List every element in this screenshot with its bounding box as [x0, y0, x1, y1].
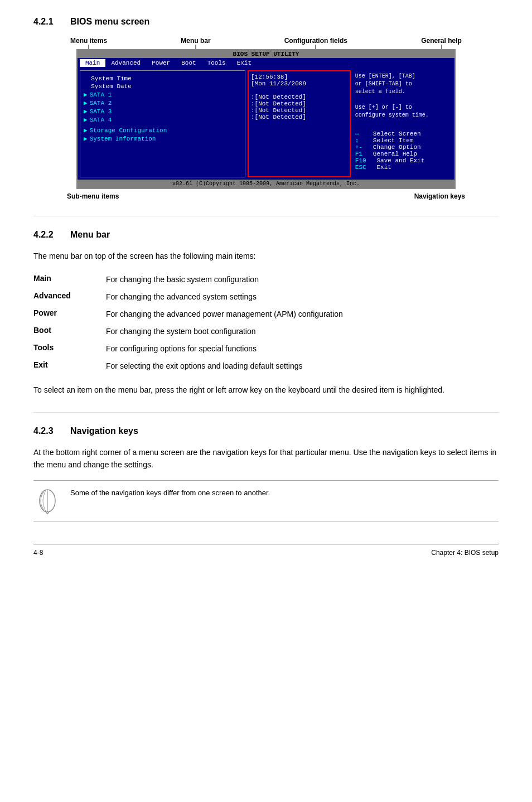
section-421-title: BIOS menu screen [70, 17, 149, 27]
bios-nav-f1: F1 General Help [355, 151, 450, 157]
bios-date-value: [Mon 11/23/2009 [251, 80, 347, 87]
bios-sata4-value: :[Not Detected] [251, 114, 347, 120]
bios-sata1-value: :[Not Detected] [251, 94, 347, 100]
section-422-footer: To select an item on the menu bar, press… [33, 384, 499, 396]
bios-left-panel: System Time System Date ▶ SATA 1 ▶ SATA … [80, 70, 245, 177]
table-row: Advanced For changing the advanced syste… [33, 288, 499, 306]
menu-desc-main: For changing the basic system configurat… [106, 271, 499, 288]
nav-desc-select-screen: Select Screen [373, 131, 421, 137]
label-general-help: General help [421, 37, 462, 45]
pencil-icon [36, 487, 59, 514]
menu-bar-table: Main For changing the basic system confi… [33, 271, 499, 375]
bios-nav-keys-panel: ↔ Select Screen ↕ Select Item +- Change … [355, 131, 450, 171]
menu-desc-advanced: For changing the advanced system setting… [106, 288, 499, 306]
table-row: Exit For selecting the exit options and … [33, 357, 499, 375]
section-421: 4.2.1 BIOS menu screen Menu items Menu b… [33, 17, 499, 200]
nav-key-f1: F1 [355, 151, 371, 157]
nav-desc-esc: Exit [373, 164, 391, 171]
bios-menu-boot[interactable]: Boot [176, 59, 201, 67]
nav-key-updown: ↕ [355, 137, 371, 144]
menu-name-main: Main [33, 271, 106, 288]
bios-time-value: [12:56:38] [251, 74, 347, 80]
bios-menu-power[interactable]: Power [146, 59, 176, 67]
bios-sata2-value: :[Not Detected] [251, 100, 347, 107]
label-navigation-keys: Navigation keys [414, 192, 465, 200]
nav-key-f10: F10 [355, 157, 371, 164]
section-423-intro: At the bottom right corner of a menu scr… [33, 446, 499, 471]
table-row: Power For changing the advanced power ma… [33, 306, 499, 323]
section-423-number: 4.2.3 [33, 426, 61, 436]
section-423: 4.2.3 Navigation keys At the bottom righ… [33, 426, 499, 521]
bios-diagram: Menu items Menu bar Configuration fields… [33, 37, 499, 200]
bios-nav-f10: F10 Save and Exit [355, 157, 450, 164]
section-421-heading: 4.2.1 BIOS menu screen [33, 17, 499, 27]
nav-key-esc: ESC [355, 164, 371, 171]
bios-item-sysinfo: ▶ System Information [84, 135, 241, 142]
bios-body: System Time System Date ▶ SATA 1 ▶ SATA … [78, 68, 454, 180]
nav-key-arrows: ↔ [355, 131, 371, 137]
menu-desc-exit: For selecting the exit options and loadi… [106, 357, 499, 375]
bios-right-panel: Use [ENTER], [TAB] or [SHIFT-TAB] to sel… [353, 70, 452, 177]
page-footer: 4-8 Chapter 4: BIOS setup [33, 544, 499, 557]
bios-menu-exit[interactable]: Exit [231, 59, 257, 67]
bios-nav-change-option: +- Change Option [355, 144, 450, 151]
bios-item-storage: ▶ Storage Configuration [84, 127, 241, 134]
menu-name-tools: Tools [33, 340, 106, 357]
section-422-intro: The menu bar on top of the screen has th… [33, 250, 499, 262]
table-row: Main For changing the basic system confi… [33, 271, 499, 288]
label-menu-bar: Menu bar [181, 37, 210, 45]
bios-item-sata4: ▶ SATA 4 [84, 116, 241, 123]
nav-desc-f1: General Help [373, 151, 417, 157]
note-icon [33, 487, 61, 514]
bios-nav-select-screen: ↔ Select Screen [355, 131, 450, 137]
nav-desc-f10: Save and Exit [373, 157, 424, 164]
bios-title: BIOS SETUP UTILITY [233, 51, 299, 57]
bios-nav-select-item: ↕ Select Item [355, 137, 450, 144]
bios-menu-advanced[interactable]: Advanced [105, 59, 146, 67]
menu-name-power: Power [33, 306, 106, 323]
menu-name-exit: Exit [33, 357, 106, 375]
menu-name-advanced: Advanced [33, 288, 106, 306]
label-config-fields: Configuration fields [284, 37, 347, 45]
bios-footer: v02.61 (C)Copyright 1985-2009, American … [78, 180, 454, 188]
menu-name-boot: Boot [33, 323, 106, 340]
bios-item-system-time: System Time [84, 75, 241, 82]
section-422: 4.2.2 Menu bar The menu bar on top of th… [33, 230, 499, 397]
bios-item-sata1: ▶ SATA 1 [84, 91, 241, 98]
nav-key-plusminus: +- [355, 144, 371, 151]
bios-menu-tools[interactable]: Tools [202, 59, 231, 67]
menu-desc-tools: For configuring options for special func… [106, 340, 499, 357]
bios-center-panel: [12:56:38] [Mon 11/23/2009 :[Not Detecte… [248, 70, 351, 177]
diagram-bottom-labels: Sub-menu items Navigation keys [33, 192, 499, 200]
bios-item-sata2: ▶ SATA 2 [84, 99, 241, 107]
nav-desc-change-option: Change Option [373, 144, 421, 151]
section-422-heading: 4.2.2 Menu bar [33, 230, 499, 240]
page-number: 4-8 [33, 549, 43, 557]
section-421-number: 4.2.1 [33, 17, 61, 27]
bios-help-text: Use [ENTER], [TAB] or [SHIFT-TAB] to sel… [355, 73, 450, 119]
bios-item-sata3: ▶ SATA 3 [84, 108, 241, 115]
note-text: Some of the navigation keys differ from … [70, 487, 270, 499]
nav-desc-select-item: Select Item [373, 137, 414, 144]
section-423-heading: 4.2.3 Navigation keys [33, 426, 499, 436]
bios-nav-esc: ESC Exit [355, 164, 450, 171]
menu-desc-boot: For changing the system boot configurati… [106, 323, 499, 340]
bios-item-system-date: System Date [84, 83, 241, 90]
label-menu-items: Menu items [70, 37, 107, 45]
bios-menu-main[interactable]: Main [80, 59, 105, 67]
bios-footer-text: v02.61 (C)Copyright 1985-2009, American … [172, 181, 360, 187]
bios-menu-bar: Main Advanced Power Boot Tools Exit [78, 58, 454, 68]
label-sub-menu-items: Sub-menu items [67, 192, 119, 200]
table-row: Boot For changing the system boot config… [33, 323, 499, 340]
section-422-number: 4.2.2 [33, 230, 61, 240]
section-422-title: Menu bar [70, 230, 110, 240]
table-row: Tools For configuring options for specia… [33, 340, 499, 357]
section-423-title: Navigation keys [70, 426, 138, 436]
bios-title-bar: BIOS SETUP UTILITY [78, 50, 454, 58]
divider-1 [33, 216, 499, 216]
bios-sata3-value: :[Not Detected] [251, 107, 347, 114]
diagram-top-labels: Menu items Menu bar Configuration fields… [33, 37, 499, 45]
divider-2 [33, 412, 499, 413]
bios-screen: BIOS SETUP UTILITY Main Advanced Power B… [76, 49, 456, 189]
chapter-label: Chapter 4: BIOS setup [431, 549, 499, 557]
